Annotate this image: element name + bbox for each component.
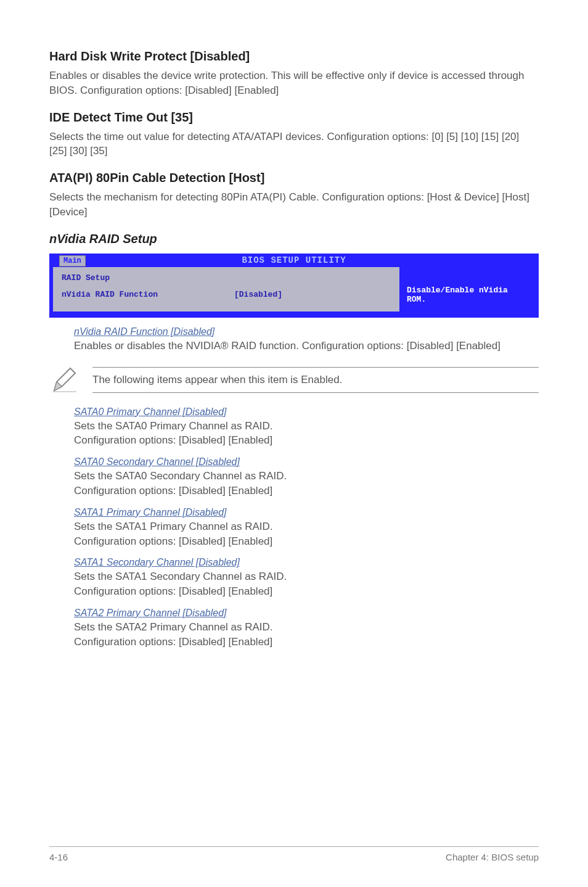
bios-nvidia-raid-function-value: [Disabled] — [234, 290, 282, 299]
note-row: The following items appear when this ite… — [49, 365, 539, 395]
item-sata2-primary-line2: Configuration options: [Disabled] [Enabl… — [74, 636, 272, 648]
item-sata1-secondary-line1: Sets the SATA1 Secondary Channel as RAID… — [74, 571, 287, 582]
item-sata0-secondary-title: SATA0 Secondary Channel [Disabled] — [74, 456, 539, 468]
bios-tab-main: Main — [59, 255, 86, 266]
page-number: 4-16 — [49, 852, 68, 862]
item-sata1-secondary-body: Sets the SATA1 Secondary Channel as RAID… — [74, 569, 539, 599]
page-footer: 4-16 Chapter 4: BIOS setup — [49, 846, 539, 862]
heading-ide-detect-time-out: IDE Detect Time Out [35] — [49, 110, 539, 125]
bios-left-panel: RAID Setup nVidia RAID Function [Disable… — [53, 267, 399, 311]
item-sata0-primary-body: Sets the SATA0 Primary Channel as RAID. … — [74, 419, 539, 448]
item-sata0-primary-line2: Configuration options: [Disabled] [Enabl… — [74, 434, 272, 446]
bios-title: BIOS SETUP UTILITY — [242, 255, 346, 265]
item-sata2-primary-body: Sets the SATA2 Primary Channel as RAID. … — [74, 620, 539, 650]
item-sata2-primary-title: SATA2 Primary Channel [Disabled] — [74, 608, 539, 619]
pencil-note-icon — [49, 365, 80, 395]
heading-nvidia-raid-setup: nVidia RAID Setup — [49, 232, 539, 246]
bios-raid-setup-label: RAID Setup — [62, 273, 391, 283]
body-ata-pi-80pin: Selects the mechanism for detecting 80Pi… — [49, 190, 539, 220]
item-sata1-primary-line2: Configuration options: [Disabled] [Enabl… — [74, 535, 272, 547]
body-hard-disk-write-protect: Enables or disables the device write pro… — [49, 68, 539, 98]
item-sata0-primary-line1: Sets the SATA0 Primary Channel as RAID. — [74, 420, 273, 432]
item-nvidia-raid-function-title: nVidia RAID Function [Disabled] — [74, 326, 539, 337]
heading-ata-pi-80pin: ATA(PI) 80Pin Cable Detection [Host] — [49, 171, 539, 185]
bios-help-text: Disable/Enable nVidia ROM. — [407, 286, 508, 304]
note-text: The following items appear when this ite… — [92, 374, 342, 386]
chapter-label: Chapter 4: BIOS setup — [446, 852, 539, 862]
item-sata0-secondary-body: Sets the SATA0 Secondary Channel as RAID… — [74, 469, 539, 498]
item-sata0-secondary-line1: Sets the SATA0 Secondary Channel as RAID… — [74, 470, 287, 482]
heading-hard-disk-write-protect: Hard Disk Write Protect [Disabled] — [49, 49, 539, 64]
bios-nvidia-raid-function-label: nVidia RAID Function — [62, 290, 234, 299]
item-sata1-primary-line1: Sets the SATA1 Primary Channel as RAID. — [74, 521, 273, 532]
item-sata0-secondary-line2: Configuration options: [Disabled] [Enabl… — [74, 485, 272, 497]
item-sata2-primary-line1: Sets the SATA2 Primary Channel as RAID. — [74, 621, 273, 633]
item-sata1-secondary-line2: Configuration options: [Disabled] [Enabl… — [74, 585, 272, 597]
item-nvidia-raid-function-body: Enables or disables the NVIDIA® RAID fun… — [74, 339, 539, 353]
body-ide-detect-time-out: Selects the time out value for detecting… — [49, 130, 539, 159]
item-sata0-primary-title: SATA0 Primary Channel [Disabled] — [74, 406, 539, 418]
item-sata1-primary-body: Sets the SATA1 Primary Channel as RAID. … — [74, 519, 539, 549]
item-sata1-secondary-title: SATA1 Secondary Channel [Disabled] — [74, 557, 539, 568]
bios-help-panel: Disable/Enable nVidia ROM. — [399, 267, 535, 311]
bios-setup-box: Main BIOS SETUP UTILITY RAID Setup nVidi… — [49, 254, 539, 318]
item-sata1-primary-title: SATA1 Primary Channel [Disabled] — [74, 507, 539, 518]
